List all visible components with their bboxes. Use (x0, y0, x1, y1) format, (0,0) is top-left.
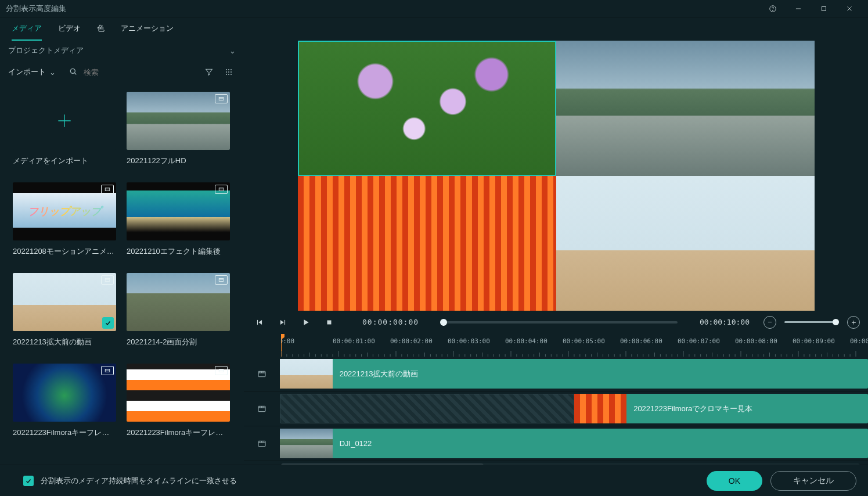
track-row: DJI_0122 (244, 426, 868, 461)
play-button[interactable] (298, 315, 314, 330)
media-thumb[interactable] (127, 273, 230, 331)
track-body[interactable]: 20221223Filmoraでクロマキー見本 (280, 391, 868, 426)
svg-point-13 (230, 71, 232, 73)
ruler-tick: 00:00:02:00 (390, 337, 433, 345)
ruler-tick: 00:00 (281, 337, 294, 345)
preview-cell-4[interactable] (556, 176, 815, 311)
media-item[interactable]: 20221213拡大前の動画 (13, 273, 116, 347)
svg-rect-31 (219, 369, 224, 372)
svg-rect-27 (219, 279, 224, 282)
current-timecode: 00:00:00:00 (362, 318, 432, 326)
ruler-tick: 00:00:06:00 (620, 337, 662, 345)
media-label: 20221208モーションアニメー… (13, 246, 116, 257)
player-controls: 00:00:00:00 00:00:10:00 − ＋ (244, 311, 868, 334)
preview-cell-3[interactable] (298, 176, 556, 311)
svg-rect-42 (327, 320, 332, 324)
close-button[interactable] (837, 0, 862, 17)
cancel-button[interactable]: キャンセル (770, 471, 856, 491)
preview-area (244, 41, 868, 311)
match-duration-label: 分割表示のメディア持続時間をタイムラインに一致させる (41, 476, 237, 486)
minimize-button[interactable] (786, 0, 811, 17)
timeline-clip[interactable]: 20221223Filmoraでクロマキー見本 (574, 394, 869, 423)
media-item[interactable]: フリップアップ20221208モーションアニメー… (13, 182, 116, 257)
svg-point-8 (226, 69, 227, 70)
media-thumb[interactable] (127, 364, 230, 422)
clip-label: DJI_0122 (340, 439, 372, 448)
track-header[interactable] (244, 357, 280, 391)
media-item[interactable]: メディアをインポート (13, 92, 116, 166)
track-header[interactable] (244, 426, 280, 461)
media-item[interactable]: 20221223Filmoraキーフレー… (127, 364, 230, 438)
media-thumb[interactable] (13, 364, 116, 422)
ok-button[interactable]: OK (707, 471, 762, 491)
media-label: 20221210エフェクト編集後 (127, 246, 230, 257)
grid-view-button[interactable] (222, 65, 236, 79)
media-thumb[interactable]: フリップアップ (13, 182, 116, 240)
svg-point-6 (70, 69, 75, 73)
empty-clip-slot[interactable] (280, 394, 574, 423)
plus-icon (55, 112, 74, 130)
scrub-slider[interactable] (440, 321, 678, 324)
video-badge-icon (101, 275, 114, 285)
import-search-bar: インポート ⌄ (0, 60, 244, 84)
tab-color[interactable]: 色 (97, 17, 105, 41)
media-thumb[interactable] (127, 182, 230, 240)
media-thumb[interactable] (13, 92, 116, 150)
search-icon[interactable] (69, 67, 78, 78)
media-sidebar: プロジェクトメディア ⌄ インポート ⌄ メディアをインポート20221122フ… (0, 41, 244, 470)
media-thumb[interactable] (13, 273, 116, 331)
zoom-out-button[interactable]: − (763, 316, 776, 329)
media-label: 20221213拡大前の動画 (13, 337, 116, 347)
top-nav: メディア ビデオ 色 アニメーション (0, 17, 868, 41)
track-body[interactable]: DJI_0122 (280, 426, 868, 461)
svg-rect-23 (219, 188, 224, 191)
tab-animation[interactable]: アニメーション (121, 17, 174, 41)
stop-button[interactable] (322, 315, 337, 330)
filter-button[interactable] (202, 65, 216, 79)
timeline-clip[interactable]: 20221213拡大前の動画 (280, 359, 868, 389)
media-label: 20221122フルHD (127, 156, 230, 166)
svg-marker-41 (304, 319, 309, 325)
timeline-tracks: 20221213拡大前の動画20221223Filmoraでクロマキー見本DJI… (244, 357, 868, 461)
prev-frame-button[interactable] (252, 315, 267, 330)
next-frame-button[interactable] (275, 315, 290, 330)
zoom-slider[interactable] (784, 321, 839, 323)
svg-rect-37 (257, 320, 258, 325)
svg-rect-21 (105, 188, 110, 191)
media-item[interactable]: 20221210エフェクト編集後 (127, 182, 230, 257)
timeline-clip[interactable]: DJI_0122 (280, 429, 868, 458)
zoom-in-button[interactable]: ＋ (847, 316, 860, 329)
project-media-dropdown[interactable]: プロジェクトメディア ⌄ (0, 41, 244, 60)
import-button[interactable]: インポート ⌄ (8, 67, 56, 77)
svg-point-14 (226, 74, 227, 75)
preview-cell-1[interactable] (298, 41, 556, 176)
tab-media[interactable]: メディア (12, 17, 42, 41)
track-row: 20221213拡大前の動画 (244, 357, 868, 391)
svg-marker-38 (258, 320, 262, 325)
video-badge-icon (101, 185, 114, 194)
media-item[interactable]: 20221223Filmoraキーフレー… (13, 364, 116, 438)
track-body[interactable]: 20221213拡大前の動画 (280, 357, 868, 391)
title-bar: 分割表示高度編集 (0, 0, 868, 17)
search-input[interactable] (84, 68, 165, 77)
help-button[interactable] (760, 0, 786, 17)
video-badge-icon (215, 366, 228, 375)
media-thumb[interactable] (127, 92, 230, 150)
video-badge-icon (215, 94, 228, 103)
media-item[interactable]: 20221122フルHD (127, 92, 230, 166)
media-item[interactable]: 20221214-2画面分割 (127, 273, 230, 347)
tab-video[interactable]: ビデオ (58, 17, 81, 41)
clip-thumb (574, 394, 627, 423)
ruler-tick: 00:00:03:00 (448, 337, 490, 345)
ruler-tick: 00:00:05:00 (563, 337, 605, 345)
timeline-ruler[interactable]: 00:0000:00:01:0000:00:02:0000:00:03:0000… (244, 334, 868, 357)
ruler-tick: 00:00:09:00 (793, 337, 835, 345)
media-label: メディアをインポート (13, 156, 116, 166)
preview-cell-2[interactable] (556, 41, 815, 176)
preview-split-grid[interactable] (298, 41, 815, 311)
match-duration-checkbox[interactable] (23, 476, 34, 486)
video-track-icon (256, 404, 268, 414)
track-header[interactable] (244, 391, 280, 426)
maximize-button[interactable] (811, 0, 837, 17)
svg-rect-154 (258, 441, 265, 446)
